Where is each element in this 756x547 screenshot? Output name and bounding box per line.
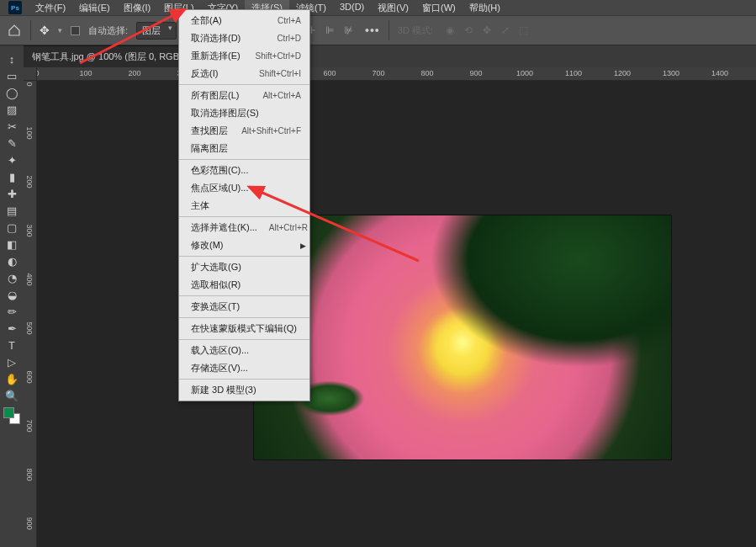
tool-button[interactable]: ◒ <box>2 286 22 303</box>
menu-item-label: 载入选区(O)... <box>191 344 249 357</box>
more-icon[interactable]: ••• <box>365 24 380 37</box>
tool-button[interactable]: ✦ <box>2 151 22 168</box>
distribute-icon[interactable]: ⊯ <box>340 22 357 39</box>
tool-button[interactable]: ◔ <box>2 269 22 286</box>
fg-color[interactable] <box>3 407 14 418</box>
tool-button[interactable]: ▷ <box>2 353 22 370</box>
tool-button[interactable]: ▭ <box>2 67 22 84</box>
ruler-tick: 200 <box>128 69 140 77</box>
ruler-tick: 100 <box>25 126 34 139</box>
tool-button[interactable]: ▨ <box>2 101 22 118</box>
menu-item[interactable]: 反选(I)Shift+Ctrl+I <box>179 65 309 82</box>
menu-item[interactable]: 新建 3D 模型(3) <box>179 381 309 399</box>
ruler-tick: 900 <box>469 69 482 77</box>
menu-item-label: 变换选区(T) <box>191 300 240 313</box>
menu-item[interactable]: 色彩范围(C)... <box>179 162 309 179</box>
menu-item[interactable]: 所有图层(L)Alt+Ctrl+A <box>179 87 309 104</box>
menu-item[interactable]: 取消选择图层(S) <box>179 104 309 122</box>
tool-button[interactable]: ◯ <box>2 84 22 101</box>
mode-3d-icon: ⟲ <box>460 22 477 39</box>
tool-button[interactable]: ✚ <box>2 185 22 202</box>
menu-item[interactable]: 取消选择(D)Ctrl+D <box>179 29 309 47</box>
menu-item-label: 新建 3D 模型(3) <box>191 384 256 396</box>
menu-item[interactable]: 帮助(H) <box>463 0 507 16</box>
tool-button[interactable]: T <box>2 337 22 353</box>
menu-separator <box>179 84 309 85</box>
ruler-tick: 600 <box>323 69 336 77</box>
tool-button[interactable]: 🔍 <box>2 387 22 404</box>
ruler-tick: 600 <box>25 370 34 383</box>
mode-3d-icon: ⬚ <box>515 22 532 39</box>
menu-item[interactable]: 全部(A)Ctrl+A <box>179 12 309 29</box>
menu-item[interactable]: 选择并遮住(K)...Alt+Ctrl+R <box>179 219 309 236</box>
menu-shortcut: Shift+Ctrl+D <box>256 51 301 61</box>
ruler-horizontal[interactable]: 0100200300400500600700800900100011001200… <box>37 67 756 81</box>
distribute-icon[interactable]: ⊫ <box>321 22 338 39</box>
home-icon[interactable] <box>7 23 22 38</box>
menu-item[interactable]: 变换选区(T) <box>179 298 309 316</box>
menu-item[interactable]: 载入选区(O)... <box>179 342 309 359</box>
ruler-tick: 700 <box>372 69 384 77</box>
tool-button[interactable]: ✎ <box>2 135 22 151</box>
menu-item-label: 在快速蒙版模式下编辑(Q) <box>191 322 297 335</box>
dropdown-arrow-icon[interactable]: ▾ <box>58 26 62 35</box>
options-bar: ✥ ▾ 自动选择: 图层 ≡ ≣ ⫼ ⊪ ⊩ ⊪ ⊫ ⊯ ••• 3D 模式: … <box>0 15 756 45</box>
menu-item[interactable]: 存储选区(V)... <box>179 359 309 377</box>
menu-item-label: 隔离图层 <box>191 142 228 155</box>
tool-button[interactable]: ✂ <box>2 118 22 135</box>
separator <box>30 20 31 40</box>
ruler-corner <box>24 67 37 81</box>
tool-button[interactable]: ◧ <box>2 236 22 252</box>
canvas-area[interactable] <box>37 81 756 547</box>
menu-item-label: 查找图层 <box>191 125 228 137</box>
color-swatch[interactable] <box>3 407 20 424</box>
menu-item[interactable]: 图像(I) <box>117 0 157 16</box>
menu-item[interactable]: 3D(D) <box>333 0 371 16</box>
menu-item-label: 主体 <box>191 199 209 212</box>
app-icon: Ps <box>8 1 22 14</box>
menu-item-label: 存储选区(V)... <box>191 362 248 374</box>
tool-button[interactable]: ✋ <box>2 370 22 387</box>
menu-item[interactable]: 查找图层Alt+Shift+Ctrl+F <box>179 122 309 140</box>
tool-button[interactable]: ▢ <box>2 219 22 236</box>
tool-button[interactable]: ↕ <box>2 50 22 67</box>
tool-button[interactable]: ◐ <box>2 252 22 269</box>
mode-3d-icon: ◉ <box>441 22 458 39</box>
separator <box>389 20 389 40</box>
ruler-tick: 0 <box>37 69 40 77</box>
menu-item[interactable]: 扩大选取(G) <box>179 258 309 276</box>
mode-3d-icon: ✥ <box>478 22 495 39</box>
tool-button[interactable]: ▤ <box>2 202 22 219</box>
menu-item-label: 取消选择图层(S) <box>191 107 259 119</box>
document-image[interactable] <box>254 215 671 459</box>
menu-item[interactable]: 文件(F) <box>29 0 72 16</box>
menu-item[interactable]: 重新选择(E)Shift+Ctrl+D <box>179 47 309 65</box>
select-menu-dropdown: 全部(A)Ctrl+A取消选择(D)Ctrl+D重新选择(E)Shift+Ctr… <box>178 9 310 401</box>
menu-item[interactable]: 修改(M)▶ <box>179 236 309 254</box>
menu-item-label: 所有图层(L) <box>191 89 239 102</box>
menu-separator <box>179 317 309 318</box>
menu-item[interactable]: 选取相似(R) <box>179 276 309 294</box>
menu-item-label: 全部(A) <box>191 14 222 27</box>
ruler-tick: 500 <box>25 321 34 334</box>
menu-item[interactable]: 在快速蒙版模式下编辑(Q) <box>179 320 309 337</box>
menu-item[interactable]: 隔离图层 <box>179 140 309 157</box>
menu-item[interactable]: 焦点区域(U)... <box>179 179 309 197</box>
menu-item-label: 选取相似(R) <box>191 279 241 291</box>
menu-item[interactable]: 窗口(W) <box>415 0 463 16</box>
ruler-vertical[interactable]: 0100200300400500600700800900 <box>24 81 37 547</box>
tool-button[interactable]: ✏ <box>2 303 22 320</box>
auto-select-dropdown[interactable]: 图层 <box>136 22 177 40</box>
menu-item[interactable]: 编辑(E) <box>72 0 117 16</box>
toolbox: ↕▭◯▨✂✎✦▮✚▤▢◧◐◔◒✏✒T▷✋🔍 <box>0 47 24 547</box>
menu-separator <box>179 256 309 257</box>
auto-select-checkbox[interactable] <box>71 26 80 35</box>
move-tool-icon[interactable]: ✥ <box>40 24 50 37</box>
tab-title: 钢笔工具.jpg @ 100% (图层 0, RGB/8#) * <box>32 50 201 63</box>
ruler-tick: 200 <box>25 175 34 188</box>
menu-separator <box>179 339 309 340</box>
tool-button[interactable]: ✒ <box>2 320 22 337</box>
menu-item[interactable]: 主体 <box>179 197 309 215</box>
tool-button[interactable]: ▮ <box>2 168 22 185</box>
menu-item[interactable]: 视图(V) <box>371 0 415 16</box>
